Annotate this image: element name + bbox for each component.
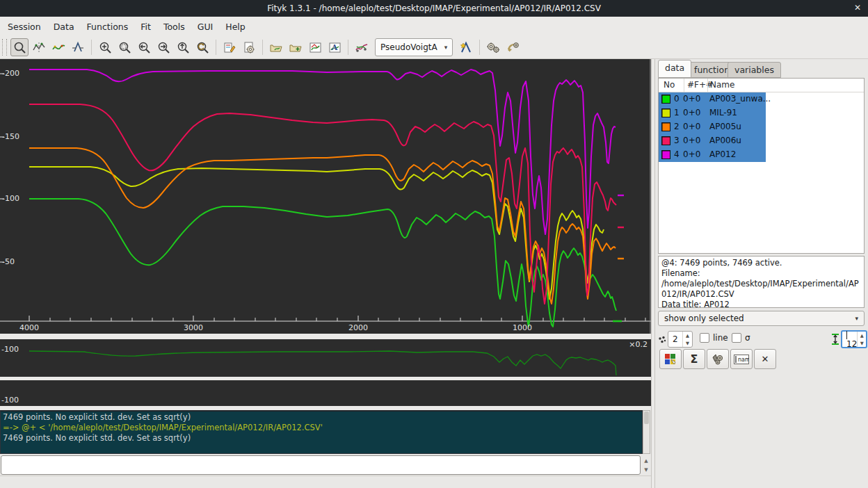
aux-plot-2[interactable]: -100 — [0, 380, 651, 406]
dataset-color-swatch[interactable] — [661, 95, 670, 104]
rerun-script-icon — [243, 41, 256, 54]
guess-peak-button[interactable] — [353, 38, 371, 56]
stepper-arrows[interactable]: ▲▼ — [857, 332, 866, 347]
dataset-row[interactable]: 0 0+0 AP003_unwa... — [659, 92, 864, 106]
add-function-icon — [459, 40, 473, 54]
zoom-all-button[interactable] — [96, 38, 114, 56]
zoom-selection-button[interactable] — [115, 38, 134, 56]
pan-right-button[interactable] — [154, 38, 172, 56]
zoom-previous-button[interactable] — [193, 38, 211, 56]
add-peak-mode-icon — [72, 41, 85, 54]
menu-help[interactable]: Help — [219, 18, 252, 35]
dataset-row[interactable]: 4 0+0 AP012 — [659, 148, 864, 162]
line-checkbox-label: line — [713, 333, 728, 343]
sum-button[interactable]: Σ — [683, 349, 705, 369]
menu-data[interactable]: Data — [47, 18, 81, 35]
dataset-color-swatch[interactable] — [661, 150, 670, 159]
zoom-selection-icon — [118, 41, 131, 54]
x-tick-label: 1000 — [513, 323, 532, 332]
baseline-mode-icon — [52, 41, 65, 54]
output-console[interactable]: 7469 points. No explicit std. dev. Set a… — [0, 410, 643, 454]
tab-variables[interactable]: variables — [728, 62, 781, 78]
sigma-checkbox[interactable]: σ — [732, 333, 750, 343]
zoom-mode-button[interactable] — [10, 38, 29, 56]
dataset-list-header: No #F+# Name — [659, 79, 864, 92]
save-session-button[interactable]: A — [326, 38, 344, 56]
add-function-button[interactable] — [457, 38, 475, 56]
open-data-button[interactable] — [267, 38, 285, 56]
display-options-row: 2 ▲▼ line σ 12 ▲▼ — [658, 330, 865, 348]
arrow-down-icon[interactable]: ▼ — [644, 467, 648, 473]
aux-diff-curve — [29, 351, 616, 375]
apply-functions-button[interactable] — [707, 349, 729, 369]
dataset-color-swatch[interactable] — [661, 136, 670, 145]
aux-plot-1-canvas — [0, 339, 651, 377]
rename-button[interactable]: nam — [730, 349, 753, 369]
console-scrollbar[interactable] — [643, 410, 650, 454]
open-data-merge-icon — [289, 41, 303, 54]
shift-value: 12 — [842, 330, 857, 349]
edit-script-button[interactable] — [220, 38, 239, 56]
svg-text:A: A — [330, 43, 337, 52]
data-range-mode-icon — [33, 41, 46, 54]
series-mil91 — [29, 167, 604, 299]
pan-up-button[interactable] — [174, 38, 192, 56]
menu-session[interactable]: Session — [1, 18, 47, 35]
arrow-up-icon[interactable]: ▲ — [644, 458, 648, 464]
pan-left-button[interactable] — [135, 38, 153, 56]
svg-text:nam: nam — [738, 357, 749, 363]
menu-fit[interactable]: Fit — [134, 18, 157, 35]
menu-gui[interactable]: GUI — [191, 18, 220, 35]
show-filter-select[interactable]: show only selected ▾ — [658, 311, 865, 326]
y-tick-label: -50 — [2, 257, 15, 266]
peak-type-select[interactable]: PseudoVoigtA ▾ — [375, 38, 453, 56]
command-input[interactable] — [1, 455, 641, 475]
undo-fit-button[interactable] — [504, 38, 522, 56]
rerun-script-button[interactable] — [240, 38, 258, 56]
dataset-info: @4: 7469 points, 7469 active. Filename: … — [658, 256, 865, 308]
stepper-arrows[interactable]: ▲▼ — [682, 332, 692, 347]
line-checkbox[interactable]: line — [700, 333, 728, 343]
tab-data[interactable]: data — [658, 60, 691, 78]
run-fit-button[interactable] — [484, 38, 502, 56]
add-peak-mode-button[interactable] — [69, 38, 87, 56]
aux1-scale-label: ×0.2 — [629, 340, 648, 349]
menu-functions[interactable]: Functions — [81, 18, 135, 35]
export-image-button[interactable] — [306, 38, 324, 56]
dataset-list[interactable]: No #F+# Name 0 0+0 AP003_unwa... 1 0+0 M… — [658, 78, 865, 254]
dataset-color-swatch[interactable] — [661, 122, 670, 131]
input-history-arrows[interactable]: ▲▼ — [642, 456, 650, 475]
delete-dataset-button[interactable]: ✕ — [754, 349, 776, 369]
info-title: Data title: AP012 — [661, 300, 861, 308]
aux-plot-1[interactable]: -100 ×0.2 — [0, 339, 651, 377]
save-session-icon: A — [328, 41, 341, 54]
menu-tools[interactable]: Tools — [157, 18, 191, 35]
console-line: 7469 points. No explicit std. dev. Set a… — [3, 433, 640, 444]
toolbar-separator — [262, 40, 263, 55]
y-axis-ticks — [0, 74, 4, 262]
baseline-mode-button[interactable] — [49, 38, 67, 56]
main-plot[interactable]: -200 -150 -100 -50 4000 3000 2000 1000 — [0, 59, 651, 334]
toolbar-handle[interactable] — [2, 39, 7, 56]
close-icon[interactable]: ✕ — [854, 3, 861, 13]
sigma-checkbox-label: σ — [745, 333, 750, 343]
horizontal-splitter[interactable] — [0, 334, 651, 339]
point-size-stepper[interactable]: 2 ▲▼ — [668, 331, 693, 348]
dataset-row[interactable]: 3 0+0 AP006u — [659, 134, 864, 148]
dataset-color-swatch[interactable] — [661, 108, 670, 117]
open-data-merge-button[interactable] — [287, 38, 305, 56]
checkbox-icon[interactable] — [700, 333, 709, 343]
dataset-row[interactable]: 2 0+0 AP005u — [659, 120, 864, 134]
console-line: 7469 points. No explicit std. dev. Set a… — [3, 412, 640, 423]
console-scrollbar-thumb[interactable] — [644, 412, 649, 424]
dataset-row[interactable]: 1 0+0 MIL-91 — [659, 106, 864, 120]
title-bar[interactable]: Fityk 1.3.1 - /home/aleplo/test/Desktop/… — [0, 0, 868, 17]
dataset-colors-button[interactable] — [659, 349, 682, 369]
data-range-mode-button[interactable] — [30, 38, 48, 56]
chevron-down-icon: ▾ — [444, 44, 448, 51]
fityk-window: { "window": {"title": "Fityk 1.3.1 - /ho… — [0, 0, 868, 488]
point-size-icon — [658, 336, 666, 344]
checkbox-icon[interactable] — [732, 333, 741, 343]
shift-stepper[interactable]: 12 ▲▼ — [841, 330, 867, 348]
toolbar-separator — [216, 40, 216, 55]
